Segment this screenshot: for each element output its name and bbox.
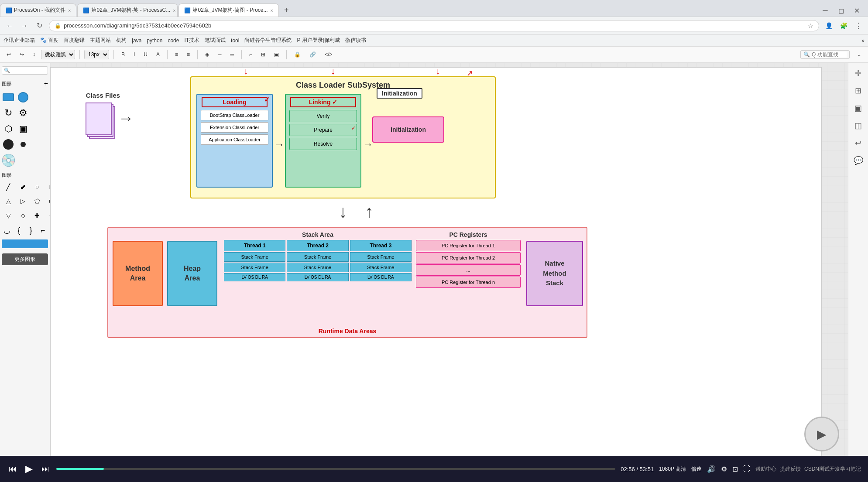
- shape-3d-2[interactable]: ▣: [17, 122, 30, 135]
- shape-circle-blue[interactable]: [17, 91, 30, 104]
- tab-3[interactable]: 🟦 第02章_JVM架构-简图 - Proce... ×: [178, 3, 278, 17]
- bookmark-baidu[interactable]: 🐾 百度: [40, 37, 58, 44]
- shape-curly-close[interactable]: }: [26, 224, 36, 237]
- shape-circle-black[interactable]: [2, 138, 15, 151]
- right-crosshair-button[interactable]: ✛: [851, 66, 865, 80]
- align-center-button[interactable]: ≡: [184, 50, 193, 59]
- tab-3-close[interactable]: ×: [271, 8, 273, 13]
- shape-rect-blue[interactable]: [2, 91, 15, 104]
- fullscreen-button[interactable]: ⛶: [743, 465, 750, 473]
- bookmark-email[interactable]: 企讯企业邮箱: [3, 37, 35, 44]
- expand-button[interactable]: ⌄: [854, 50, 865, 59]
- redo-button[interactable]: ↪: [17, 50, 27, 59]
- shape-diagonal[interactable]: ⬋: [16, 180, 29, 193]
- add-shape-icon[interactable]: +: [44, 80, 48, 88]
- shape-arrow[interactable]: ╱: [2, 180, 15, 193]
- progress-bar[interactable]: [56, 468, 615, 470]
- back-button[interactable]: ←: [3, 20, 16, 32]
- shape-db[interactable]: 💿: [2, 154, 15, 167]
- align-left-button[interactable]: ≡: [172, 50, 181, 59]
- format-button[interactable]: ↕: [30, 50, 38, 59]
- bookmark-sgg[interactable]: 尚硅谷学生管理系统: [244, 37, 292, 44]
- forward-button[interactable]: →: [18, 20, 31, 32]
- right-doc-button[interactable]: ◫: [851, 119, 865, 133]
- bookmark-polyv[interactable]: P 用户登录|保利威: [297, 37, 340, 44]
- bookmark-it[interactable]: IT技术: [184, 37, 199, 44]
- profile-button[interactable]: 👤: [823, 20, 835, 32]
- bookmark-java[interactable]: java: [132, 38, 141, 44]
- undo-button[interactable]: ↩: [3, 50, 14, 59]
- tab-2[interactable]: 🟦 第02章_JVM架构-英 - ProcessC... ×: [77, 3, 178, 17]
- prev-button[interactable]: ⏮: [7, 463, 18, 475]
- speed-button[interactable]: 倍速: [691, 465, 702, 473]
- bookmark-code[interactable]: code: [168, 38, 179, 44]
- tab-1[interactable]: 🟦 ProcessOn - 我的文件 ×: [0, 3, 76, 17]
- shape-star[interactable]: ✦: [45, 209, 50, 222]
- shape-curly-open[interactable]: {: [14, 224, 24, 237]
- bookmark-org[interactable]: 机构: [116, 37, 127, 44]
- pip-button[interactable]: ⊡: [732, 465, 738, 473]
- bookmark-exam[interactable]: 笔试面试: [205, 37, 226, 44]
- shape-triangle-r[interactable]: ▷: [16, 195, 29, 208]
- code-btn[interactable]: </>: [322, 50, 335, 59]
- reload-button[interactable]: ↻: [33, 20, 45, 32]
- quality-button[interactable]: 1080P 高清: [659, 465, 686, 473]
- bookmark-tool[interactable]: tool: [231, 38, 239, 44]
- new-tab-button[interactable]: +: [280, 4, 293, 17]
- font-color-button[interactable]: A: [153, 50, 163, 59]
- right-undo-button[interactable]: ↩: [851, 136, 865, 150]
- arrange-button[interactable]: ⊞: [258, 50, 268, 59]
- size-selector[interactable]: 13px: [84, 50, 109, 59]
- bookmark-more[interactable]: »: [861, 38, 865, 44]
- sidebar-search[interactable]: 🔍: [2, 66, 48, 75]
- tab-1-close[interactable]: ×: [68, 8, 71, 13]
- next-button[interactable]: ⏭: [40, 463, 51, 475]
- minimize-button[interactable]: ─: [819, 4, 831, 17]
- shape-sync[interactable]: ↻: [2, 106, 15, 120]
- play-button[interactable]: ▶: [24, 461, 34, 476]
- shape-rect-outline[interactable]: □: [45, 180, 50, 193]
- italic-button[interactable]: I: [130, 50, 138, 59]
- restore-button[interactable]: ◻: [835, 4, 847, 17]
- tv-icon-overlay[interactable]: ▶: [804, 417, 839, 451]
- group-button[interactable]: ▣: [271, 50, 282, 59]
- fill-button[interactable]: ◈: [202, 50, 212, 59]
- shape-bracket[interactable]: ⌐: [38, 224, 48, 237]
- shape-circle-outline[interactable]: ○: [31, 180, 44, 193]
- bookmark-wechat[interactable]: 微信读书: [345, 37, 366, 44]
- more-shapes-button[interactable]: 更多图形: [2, 253, 48, 265]
- canvas-area[interactable]: Class Files → Class Loader SubSystem: [50, 63, 848, 482]
- toolbar-search[interactable]: 🔍: [800, 50, 850, 59]
- underline-button[interactable]: U: [141, 50, 151, 59]
- sidebar-search-input[interactable]: [10, 68, 41, 73]
- shape-brace-open[interactable]: ◡: [2, 224, 12, 237]
- extensions-button[interactable]: 🧩: [837, 20, 850, 32]
- shape-tools[interactable]: ⌐: [246, 50, 255, 59]
- lock-btn[interactable]: 🔒: [291, 50, 304, 59]
- shape-3d-1[interactable]: ⬡: [2, 122, 15, 135]
- shape-triangle[interactable]: △: [2, 195, 15, 208]
- font-selector[interactable]: 微软雅黑: [41, 50, 75, 59]
- tab-2-close[interactable]: ×: [173, 8, 175, 13]
- close-window-button[interactable]: ✕: [851, 4, 863, 17]
- bookmark-star[interactable]: ☆: [808, 22, 813, 29]
- right-chat-button[interactable]: 💬: [851, 154, 865, 168]
- feedback-button[interactable]: 提建反馈: [780, 465, 801, 473]
- bookmark-translate[interactable]: 百度翻译: [64, 37, 85, 44]
- bookmark-python[interactable]: python: [147, 38, 162, 44]
- bold-button[interactable]: B: [118, 50, 128, 59]
- shape-chevron[interactable]: ▽: [2, 209, 15, 222]
- url-bar[interactable]: 🔒 processson.com/diagraming/5dc37531e4b0…: [49, 20, 819, 31]
- bookmark-theme[interactable]: 主题网站: [90, 37, 111, 44]
- shape-plus[interactable]: ✚: [31, 209, 44, 222]
- volume-button[interactable]: 🔊: [707, 465, 716, 473]
- shape-gear[interactable]: ⚙: [17, 106, 30, 120]
- line-style-button[interactable]: ─: [215, 50, 225, 59]
- shape-dot-black[interactable]: [17, 138, 30, 151]
- search-input[interactable]: [812, 51, 847, 58]
- line-width-button[interactable]: ═: [227, 50, 237, 59]
- menu-button[interactable]: ⋮: [852, 20, 865, 32]
- right-grid-button[interactable]: ⊞: [851, 84, 865, 98]
- link-btn[interactable]: 🔗: [306, 50, 319, 59]
- help-center-button[interactable]: 帮助中心: [755, 465, 776, 473]
